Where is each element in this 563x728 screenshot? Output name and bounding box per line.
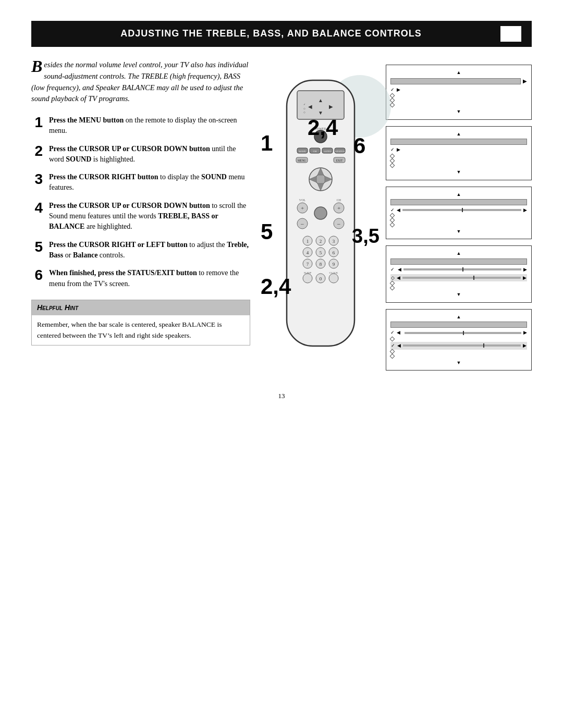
screen3-check: ✓ <box>390 207 395 214</box>
page-header: Adjusting the Treble, Bass, and Balance … <box>31 21 532 47</box>
step-number-4: 4 <box>31 201 43 215</box>
screen2-item-check: ✓ ▶ <box>390 146 527 153</box>
svg-text:+: + <box>301 205 304 211</box>
screen5-balance-marker <box>483 343 484 348</box>
hint-title-text: Helpful Hint <box>37 303 78 312</box>
screen2-item-d3 <box>390 164 527 167</box>
screen2-arrow-down: ▼ <box>390 169 527 176</box>
page-number: 13 <box>31 391 532 401</box>
svg-text:6: 6 <box>333 250 335 255</box>
left-column: Besides the normal volume level control,… <box>31 59 250 371</box>
step-3: 3 Press the CURSOR RIGHT button to displ… <box>31 172 250 193</box>
step-number-1: 1 <box>31 115 43 130</box>
screen5-check: ✓ ◀ ▶ <box>390 329 527 336</box>
screen4-d1 <box>390 281 527 285</box>
screen5-rarrow1: ▶ <box>523 329 527 336</box>
screen-panel-5: ▲ ✓ ◀ ▶ ✓ ◀ ▶ ▼ <box>386 309 532 371</box>
svg-text:8: 8 <box>320 262 322 267</box>
svg-text:−: − <box>337 220 341 228</box>
step-6: 6 When finished, press the STATUS/EXIT b… <box>31 268 250 289</box>
screen1-item-check: ✓ ▶ <box>390 87 527 93</box>
screen3-slider1-marker <box>462 208 463 212</box>
overlay-step-35: 3,5 <box>352 226 380 246</box>
svg-text:3: 3 <box>333 239 335 244</box>
svg-text:▶: ▶ <box>329 104 333 109</box>
svg-text:◇: ◇ <box>303 107 305 110</box>
screen4-slider <box>403 268 521 270</box>
screen5-d3 <box>390 354 527 358</box>
step-2: 2 Press the CURSOR UP or CURSOR DOWN but… <box>31 144 250 165</box>
step-number-6: 6 <box>31 268 43 282</box>
screen5-balance-slider <box>403 344 521 347</box>
screen4-check-sym: ✓ <box>390 266 395 273</box>
screen3-arrow-down: ▼ <box>390 228 527 235</box>
screen3-d3 <box>390 223 527 227</box>
step-text-3: Press the CURSOR RIGHT button to display… <box>49 172 250 193</box>
screen1-bar <box>390 78 521 84</box>
screen5-diamond3 <box>390 353 395 359</box>
drop-cap: B <box>31 59 42 73</box>
svg-text:◇: ◇ <box>303 111 305 114</box>
page-title: Adjusting the Treble, Bass, and Balance … <box>42 27 500 40</box>
right-column: 1 2,4 6 5 3,5 2,4 ▲ ◀ ▶ ▼ ✓ <box>266 59 532 371</box>
screen4-bar <box>390 258 527 265</box>
screen5-d1 <box>390 337 527 341</box>
step-text-4: Press the CURSOR UP or CURSOR DOWN butto… <box>49 201 250 232</box>
screen3-bar <box>390 199 527 205</box>
screen5-d2 <box>390 350 527 353</box>
step-5: 5 Press the CURSOR RIGHT or LEFT button … <box>31 240 250 261</box>
svg-text:4: 4 <box>307 250 309 255</box>
screen-panel-4: ▲ ✓ ◀ ▶ ◇ ◀ ▶ ▼ <box>386 245 532 302</box>
svg-text:✓: ✓ <box>303 103 305 106</box>
screen5-slider1 <box>405 332 521 334</box>
screen-panel-1: ▲ ▶ ✓ ▶ ▼ <box>386 65 532 120</box>
step-1: 1 Press the MENU button on the remote to… <box>31 115 250 137</box>
step-number-2: 2 <box>31 144 43 158</box>
step-number-3: 3 <box>31 172 43 187</box>
main-content: Besides the normal volume level control,… <box>31 59 532 371</box>
svg-text:1: 1 <box>307 239 309 244</box>
screen3-arrow-up: ▲ <box>390 191 527 198</box>
screen2-bar <box>390 139 527 145</box>
overlay-step-24-top: 2,4 <box>308 117 338 139</box>
svg-text:▲: ▲ <box>318 97 323 103</box>
screen5-arrow-down: ▼ <box>390 360 527 366</box>
screen1-item-d3 <box>390 103 527 107</box>
screen4-active-rarrow: ▶ <box>523 275 527 281</box>
header-white-box <box>500 26 521 42</box>
screen1-arrow-up: ▲ <box>390 69 527 76</box>
screen5-diamond2 <box>390 349 395 354</box>
screen4-check-arrow: ◀ <box>398 266 401 273</box>
steps-list: 1 Press the MENU button on the remote to… <box>31 115 250 289</box>
screen1-check: ✓ <box>390 87 395 93</box>
screen5-bar <box>390 322 527 328</box>
screen2-d3 <box>390 163 395 168</box>
svg-text:CH: CH <box>313 150 317 153</box>
screen4-active-marker <box>473 276 474 280</box>
hint-title: Helpful Hint <box>32 300 250 316</box>
overlay-step-6: 6 <box>353 135 365 157</box>
screen1-item-arrow: ▶ <box>397 87 400 93</box>
svg-text:0: 0 <box>320 276 322 281</box>
step-text-6: When finished, press the STATUS/EXIT but… <box>49 268 250 289</box>
hint-body: Remember, when the bar scale is centered… <box>32 315 250 345</box>
svg-text:7: 7 <box>307 262 309 267</box>
svg-text:−: − <box>301 220 304 228</box>
step-4: 4 Press the CURSOR UP or CURSOR DOWN but… <box>31 201 250 232</box>
screen4-arrow-up: ▲ <box>390 250 527 257</box>
screen5-balance-row: ✓ ◀ ▶ <box>390 342 527 350</box>
screen-panel-3: ▲ ✓ ◀ ▶ ▼ <box>386 187 532 240</box>
screen5-check-arrow: ◀ <box>397 329 400 336</box>
screen1-top-row: ▶ <box>390 78 527 85</box>
screen-panel-2: ▲ ✓ ▶ ▼ <box>386 126 532 180</box>
overlay-step-5: 5 <box>261 221 273 243</box>
screen4-active-check: ◇ <box>391 275 395 281</box>
screens-column: ▲ ▶ ✓ ▶ ▼ ▲ ✓ ▶ <box>386 59 532 371</box>
screen2-arrow-up: ▲ <box>390 131 527 138</box>
svg-text:VOL: VOL <box>299 199 306 202</box>
svg-text:9: 9 <box>333 262 335 267</box>
screen4-slider-marker <box>462 267 463 272</box>
screen4-active-slider <box>402 277 521 279</box>
screen4-diamond2 <box>390 286 395 291</box>
svg-text:STATUS: STATUS <box>335 150 345 153</box>
